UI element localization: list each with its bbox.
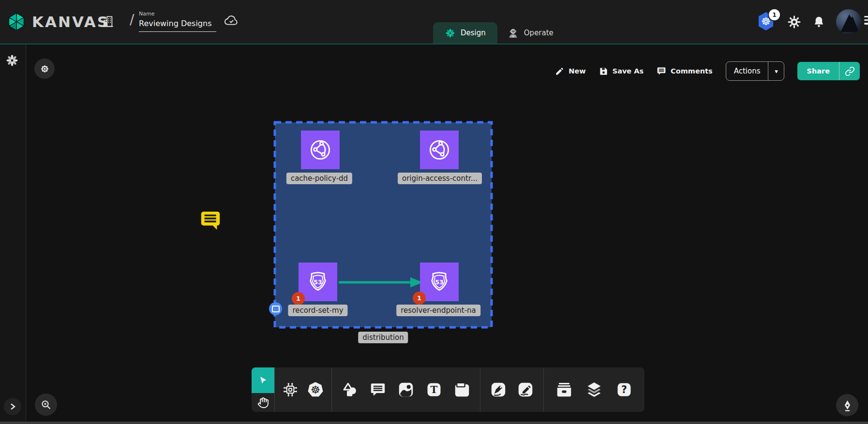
design-name-input[interactable] (139, 17, 216, 32)
record-set-issue-badge[interactable]: 1 (292, 292, 305, 305)
text-tool[interactable]: T (424, 380, 444, 399)
sidebar-expand-button[interactable] (4, 398, 21, 415)
astronaut-icon (507, 27, 519, 39)
question-mark-icon: ? (616, 381, 632, 398)
kubernetes-context-button[interactable]: ☸ 1 (757, 11, 776, 32)
whiteboard-pen-button[interactable] (836, 394, 858, 416)
left-sidebar (0, 44, 26, 424)
settings-gear-icon[interactable] (787, 15, 802, 29)
pencil-tool[interactable] (516, 380, 535, 399)
kubernetes-components-tool[interactable]: ☸ (306, 380, 325, 399)
help-tool[interactable]: ? (614, 380, 634, 399)
actions-dropdown[interactable]: Actions ▾ (726, 61, 785, 81)
tab-operate[interactable]: Operate (497, 22, 563, 44)
cloudfront-globe-icon (308, 137, 333, 162)
route53-shield-icon: 53 (427, 270, 451, 294)
meshery-swirl-icon[interactable] (5, 53, 19, 68)
bottom-edge-strip (0, 422, 868, 424)
resolver-endpoint-issue-badge[interactable]: 1 (413, 292, 426, 305)
floppy-save-icon (599, 67, 608, 76)
comments-button-label: Comments (671, 67, 713, 75)
pan-tool[interactable] (252, 394, 274, 412)
save-as-button-label: Save As (613, 67, 644, 75)
comments-icon (657, 66, 666, 76)
organization-building-icon[interactable] (102, 15, 115, 29)
drawer-archive-icon (555, 380, 573, 399)
group-label-distribution[interactable]: distribution (358, 332, 408, 343)
drawer-tool[interactable] (554, 380, 574, 399)
brand[interactable]: KANVAS (6, 0, 109, 44)
meshery-components-tool[interactable] (281, 380, 300, 399)
component-tools-section: ☸ (275, 367, 332, 412)
node-resolver-endpoint[interactable]: 53 (420, 263, 459, 301)
mode-tabs: Design Operate (433, 22, 563, 44)
node-cache-policy[interactable] (301, 131, 340, 169)
kanvas-app: KANVAS / Name (0, 0, 868, 424)
hand-icon (257, 397, 269, 409)
kanvas-logo-icon (6, 11, 27, 33)
image-icon (397, 381, 415, 398)
route53-number: 53 (314, 278, 322, 286)
breadcrumb-separator: / (130, 12, 134, 28)
edge-record-set-to-resolver[interactable] (338, 275, 426, 290)
comment-pin[interactable] (199, 209, 222, 231)
comments-button[interactable]: Comments (657, 66, 713, 76)
comment-icon (370, 381, 386, 398)
save-as-button[interactable]: Save As (599, 67, 644, 76)
text-tool-icon: T (426, 381, 442, 398)
copy-link-icon[interactable] (839, 62, 860, 80)
route53-number: 53 (435, 278, 443, 286)
canvas-action-bar: New Save As Comments Actions ▾ Share (555, 61, 860, 81)
pencil-icon (555, 67, 564, 76)
shapes-tool[interactable] (340, 380, 359, 399)
design-name-block: Name (139, 11, 216, 32)
layers-icon (585, 380, 603, 399)
dock-flower-button[interactable] (34, 58, 55, 79)
node-label-origin-access-control[interactable]: origin-access-contr... (398, 173, 482, 184)
flower-icon (39, 63, 50, 74)
pointer-tools-column (252, 367, 275, 412)
tool-dock: ☸ (252, 367, 644, 412)
comment-tool[interactable] (368, 380, 388, 399)
drawing-tools-section (480, 367, 543, 412)
layers-tool[interactable] (584, 380, 604, 399)
frame-tool[interactable] (452, 380, 472, 399)
node-label-record-set[interactable]: record-set-my (288, 305, 347, 316)
svg-text:?: ? (621, 384, 627, 395)
pen-tool[interactable] (489, 380, 508, 399)
notifications-bell-icon[interactable] (812, 15, 825, 29)
node-origin-access-control[interactable] (420, 131, 459, 169)
new-button[interactable]: New (555, 67, 585, 76)
new-button-label: New (569, 67, 585, 75)
node-record-set[interactable]: 53 (299, 263, 337, 301)
header-right: ☸ 1 (757, 0, 861, 44)
pen-path-icon (490, 381, 507, 398)
chip-icon (282, 381, 299, 398)
node-label-cache-policy[interactable]: cache-policy-dd (286, 173, 352, 184)
image-tool[interactable] (396, 380, 416, 399)
chevron-down-icon[interactable]: ▾ (768, 62, 784, 80)
tab-design[interactable]: Design (433, 22, 497, 44)
node-label-resolver-endpoint[interactable]: resolver-endpoint-na (396, 305, 480, 316)
cursor-arrow-icon (258, 375, 269, 386)
cloud-sync-icon (224, 15, 239, 27)
select-tool[interactable] (252, 367, 274, 393)
design-swirl-icon (445, 28, 456, 39)
user-avatar[interactable] (836, 9, 861, 34)
magnifier-plus-icon (40, 399, 52, 410)
header: KANVAS / Name (0, 0, 868, 44)
annotation-tools-section: T (332, 367, 481, 412)
zoom-in-button[interactable] (35, 394, 57, 416)
kubernetes-wheel-icon: ☸ (306, 380, 325, 399)
chevron-right-icon (8, 402, 17, 411)
route53-shield-icon: 53 (306, 270, 330, 294)
pencil-draw-icon (517, 381, 534, 398)
share-button[interactable]: Share (797, 62, 860, 80)
svg-text:☸: ☸ (311, 383, 320, 396)
pen-nib-icon (841, 399, 853, 411)
share-button-label: Share (797, 62, 839, 80)
group-selection-handle[interactable] (269, 302, 282, 315)
frame-icon (453, 381, 471, 398)
avatar-silhouette (836, 9, 861, 34)
hamburger-menu-icon[interactable] (864, 16, 868, 27)
